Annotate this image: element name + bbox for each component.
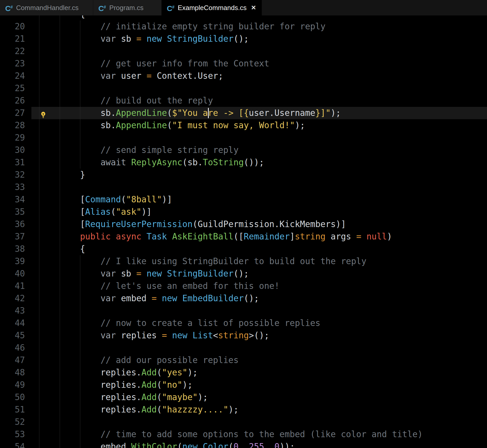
code-line[interactable]: 48 replies.Add("yes"); bbox=[0, 366, 487, 379]
line-number[interactable]: 43 bbox=[0, 305, 25, 317]
tab-program-cs[interactable]: C#Program.cs bbox=[93, 0, 162, 15]
line-number[interactable]: 40 bbox=[0, 268, 25, 280]
code-line[interactable]: 21 var sb = new StringBuilder(); bbox=[0, 33, 487, 45]
code-line[interactable]: 42 var embed = new EmbedBuilder(); bbox=[0, 292, 487, 305]
line-number[interactable]: 41 bbox=[0, 280, 25, 292]
code-text: { bbox=[39, 243, 85, 255]
line-number[interactable]: 46 bbox=[0, 342, 25, 354]
line-number[interactable]: 23 bbox=[0, 57, 25, 70]
indent-guide bbox=[60, 181, 60, 193]
code-line[interactable]: 45 var replies = new List<string>(); bbox=[0, 329, 487, 342]
code-text: var embed = new EmbedBuilder(); bbox=[39, 292, 259, 305]
line-number[interactable]: 51 bbox=[0, 403, 25, 416]
code-line[interactable]: 34 [Command("8ball")] bbox=[0, 193, 487, 206]
code-line[interactable]: 25 bbox=[0, 82, 487, 94]
code-line[interactable]: 43 bbox=[0, 305, 487, 317]
code-text: sb.AppendLine("I must now say, World!"); bbox=[39, 119, 305, 132]
code-line[interactable]: 54 embed.WithColor(new Color(0, 255, 0))… bbox=[0, 441, 487, 448]
code-line[interactable]: 36 [RequireUserPermission(GuildPermissio… bbox=[0, 218, 487, 230]
line-number[interactable]: 28 bbox=[0, 119, 25, 132]
code-line[interactable]: 30 // send simple string reply bbox=[0, 144, 487, 156]
code-text: [Alias("ask")] bbox=[39, 206, 152, 218]
line-number[interactable]: 50 bbox=[0, 391, 25, 403]
tab-commandhandler-cs[interactable]: C#CommandHandler.cs bbox=[0, 0, 93, 15]
line-number[interactable]: 38 bbox=[0, 243, 25, 255]
code-line[interactable]: 50 replies.Add("maybe"); bbox=[0, 391, 487, 403]
line-number[interactable]: 39 bbox=[0, 255, 25, 268]
line-number[interactable]: 47 bbox=[0, 354, 25, 366]
close-icon[interactable]: ✕ bbox=[250, 4, 257, 11]
code-line[interactable]: 39 // I like using StringBuilder to buil… bbox=[0, 255, 487, 268]
indent-guide bbox=[39, 45, 39, 57]
line-number[interactable]: 42 bbox=[0, 292, 25, 305]
line-number[interactable]: 44 bbox=[0, 317, 25, 329]
lightbulb-icon[interactable] bbox=[40, 109, 47, 117]
code-line[interactable]: { bbox=[0, 15, 487, 20]
line-number[interactable]: 30 bbox=[0, 144, 25, 156]
indent-guide bbox=[60, 416, 60, 428]
indent-guide bbox=[80, 132, 80, 144]
csharp-file-icon: C# bbox=[167, 3, 175, 12]
line-number[interactable]: 52 bbox=[0, 416, 25, 428]
line-number[interactable]: 22 bbox=[0, 45, 25, 57]
code-line[interactable]: 37 public async Task AskEightBall([Remai… bbox=[0, 230, 487, 243]
line-number[interactable]: 32 bbox=[0, 169, 25, 181]
code-line[interactable]: 46 bbox=[0, 342, 487, 354]
line-number[interactable]: 33 bbox=[0, 181, 25, 193]
line-number[interactable]: 34 bbox=[0, 193, 25, 206]
line-number[interactable]: 20 bbox=[0, 20, 25, 33]
code-line[interactable]: 20 // initialize empty string builder fo… bbox=[0, 20, 487, 33]
indent-guide bbox=[39, 305, 39, 317]
code-text: // add our possible replies bbox=[39, 354, 239, 366]
code-editor[interactable]: {20 // initialize empty string builder f… bbox=[0, 15, 487, 448]
code-line[interactable]: 38 { bbox=[0, 243, 487, 255]
line-number[interactable]: 45 bbox=[0, 329, 25, 342]
code-lines: {20 // initialize empty string builder f… bbox=[0, 15, 487, 448]
code-text: var user = Context.User; bbox=[39, 70, 223, 82]
code-line[interactable]: 53 // time to add some options to the em… bbox=[0, 428, 487, 441]
code-line[interactable]: 51 replies.Add("hazzzzy...."); bbox=[0, 403, 487, 416]
code-line[interactable]: 29 bbox=[0, 132, 487, 144]
code-line[interactable]: 49 replies.Add("no"); bbox=[0, 379, 487, 391]
code-line[interactable]: 26 // build out the reply bbox=[0, 94, 487, 107]
line-number[interactable]: 54 bbox=[0, 441, 25, 448]
code-line[interactable]: 40 var sb = new StringBuilder(); bbox=[0, 268, 487, 280]
tab-label: CommandHandler.cs bbox=[16, 4, 79, 12]
tab-label: ExampleCommands.cs bbox=[178, 4, 247, 12]
code-text: // send simple string reply bbox=[39, 144, 239, 156]
line-number[interactable]: 27 bbox=[0, 107, 25, 119]
line-number[interactable]: 21 bbox=[0, 33, 25, 45]
line-number[interactable]: 24 bbox=[0, 70, 25, 82]
code-line[interactable]: 28 sb.AppendLine("I must now say, World!… bbox=[0, 119, 487, 132]
code-line[interactable]: 24 var user = Context.User; bbox=[0, 70, 487, 82]
code-line[interactable]: 22 bbox=[0, 45, 487, 57]
code-line[interactable]: 32 } bbox=[0, 169, 487, 181]
line-number[interactable]: 31 bbox=[0, 156, 25, 169]
code-line[interactable]: 44 // now to create a list of possible r… bbox=[0, 317, 487, 329]
code-line[interactable]: 35 [Alias("ask")] bbox=[0, 206, 487, 218]
tab-examplecommands-cs[interactable]: C#ExampleCommands.cs✕ bbox=[162, 0, 262, 15]
line-number[interactable]: 53 bbox=[0, 428, 25, 441]
code-line[interactable]: 47 // add our possible replies bbox=[0, 354, 487, 366]
line-number[interactable]: 29 bbox=[0, 132, 25, 144]
line-number[interactable]: 26 bbox=[0, 94, 25, 107]
code-line[interactable]: 41 // let's use an embed for this one! bbox=[0, 280, 487, 292]
line-number[interactable]: 49 bbox=[0, 379, 25, 391]
code-text: // time to add some options to the embed… bbox=[39, 428, 423, 441]
line-number[interactable]: 36 bbox=[0, 218, 25, 230]
line-number[interactable]: 25 bbox=[0, 82, 25, 94]
code-line[interactable]: 27 sb.AppendLine($"You are -> [{user.Use… bbox=[0, 107, 487, 119]
code-line[interactable]: 23 // get user info from the Context bbox=[0, 57, 487, 70]
code-text: // initialize empty string builder for r… bbox=[39, 20, 326, 33]
code-line[interactable]: 33 bbox=[0, 181, 487, 193]
code-line[interactable]: 52 bbox=[0, 416, 487, 428]
line-number[interactable]: 37 bbox=[0, 230, 25, 243]
line-number[interactable]: 48 bbox=[0, 366, 25, 379]
code-text: // I like using StringBuilder to build o… bbox=[39, 255, 367, 268]
line-number[interactable]: 35 bbox=[0, 206, 25, 218]
indent-guide bbox=[80, 342, 80, 354]
code-text: // now to create a list of possible repl… bbox=[39, 317, 320, 329]
code-text: replies.Add("yes"); bbox=[39, 366, 198, 379]
indent-guide bbox=[60, 45, 60, 57]
code-line[interactable]: 31 await ReplyAsync(sb.ToString()); bbox=[0, 156, 487, 169]
